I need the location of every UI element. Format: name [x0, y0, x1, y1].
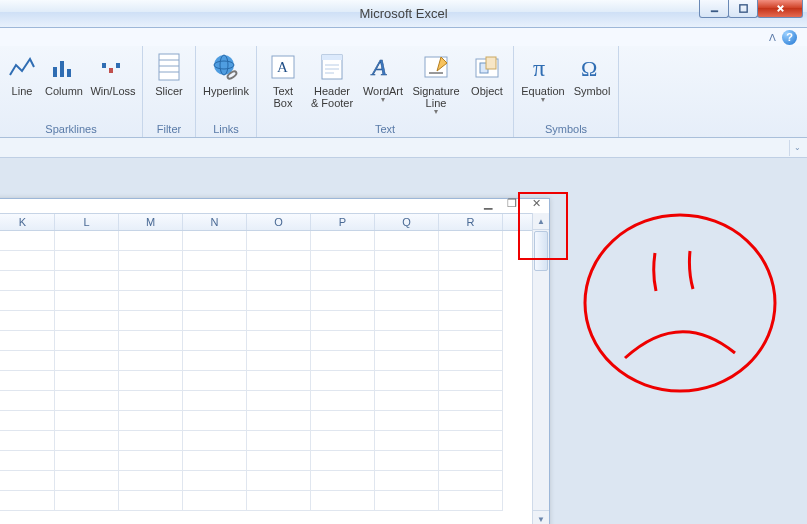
annotation-sad-face-icon — [570, 203, 790, 423]
sparkline-winloss-icon — [97, 51, 129, 83]
column-header[interactable]: P — [311, 214, 375, 230]
svg-point-33 — [585, 215, 775, 391]
group-sparklines: Line Column Win/Loss Sparklines — [0, 46, 143, 137]
column-headers: K L M N O P Q R — [0, 213, 549, 231]
group-text: A Text Box Header & Footer A WordArt ▾ — [257, 46, 514, 137]
wordart-button[interactable]: A WordArt ▾ — [359, 48, 407, 106]
sparkline-line-button[interactable]: Line — [4, 48, 40, 100]
sheet-minimize-button[interactable]: ▁ — [481, 197, 495, 209]
group-label: Filter — [147, 122, 191, 137]
svg-text:A: A — [370, 54, 387, 80]
object-button[interactable]: Object — [465, 48, 509, 100]
workspace: ▁ ❐ ✕ K L M N O P Q R — [0, 158, 807, 524]
label: Signature Line — [412, 85, 459, 109]
label: Object — [471, 85, 503, 97]
worksheet-window: ▁ ❐ ✕ K L M N O P Q R — [0, 198, 550, 524]
svg-text:π: π — [533, 55, 545, 81]
equation-button[interactable]: π Equation ▾ — [518, 48, 568, 106]
label: Symbol — [574, 85, 611, 97]
column-header[interactable]: Q — [375, 214, 439, 230]
window-controls — [700, 0, 803, 18]
sparkline-winloss-button[interactable]: Win/Loss — [88, 48, 138, 100]
ribbon: Line Column Win/Loss Sparklines — [0, 46, 807, 138]
symbol-icon: Ω — [576, 51, 608, 83]
group-label: Links — [200, 122, 252, 137]
formula-bar-area: ⌄ — [0, 138, 807, 158]
sparkline-column-icon — [48, 51, 80, 83]
slicer-icon — [153, 51, 185, 83]
maximize-button[interactable] — [728, 0, 758, 18]
dropdown-arrow-icon: ▾ — [541, 97, 545, 103]
sparkline-line-icon — [6, 51, 38, 83]
vertical-scrollbar[interactable]: ▲ ▼ — [532, 213, 549, 524]
svg-rect-9 — [116, 63, 120, 68]
close-button[interactable] — [757, 0, 803, 18]
scroll-down-icon[interactable]: ▼ — [533, 510, 549, 524]
svg-rect-7 — [102, 63, 106, 68]
svg-rect-10 — [159, 54, 179, 80]
sheet-restore-button[interactable]: ❐ — [505, 197, 519, 209]
group-filter: Slicer Filter — [143, 46, 196, 137]
wordart-icon: A — [367, 51, 399, 83]
equation-icon: π — [527, 51, 559, 83]
help-row: ᐱ ? — [0, 28, 807, 46]
symbol-button[interactable]: Ω Symbol — [570, 48, 614, 100]
column-header[interactable]: R — [439, 214, 503, 230]
slicer-button[interactable]: Slicer — [147, 48, 191, 100]
svg-rect-21 — [322, 55, 342, 60]
svg-rect-1 — [739, 5, 746, 12]
group-label: Text — [261, 122, 509, 137]
app-title: Microsoft Excel — [0, 6, 807, 21]
sheet-close-button[interactable]: ✕ — [529, 197, 543, 209]
dropdown-arrow-icon: ▾ — [434, 109, 438, 115]
label: Text Box — [273, 85, 293, 109]
ribbon-collapse-icon[interactable]: ᐱ — [769, 32, 776, 43]
column-header[interactable]: O — [247, 214, 311, 230]
header-footer-icon — [316, 51, 348, 83]
sheet-window-controls: ▁ ❐ ✕ — [481, 197, 543, 209]
column-header[interactable]: K — [0, 214, 55, 230]
label: Column — [45, 85, 83, 97]
label: Slicer — [155, 85, 183, 97]
svg-rect-6 — [67, 69, 71, 77]
hyperlink-icon — [210, 51, 242, 83]
scroll-thumb[interactable] — [534, 231, 548, 271]
minimize-button[interactable] — [699, 0, 729, 18]
signature-line-button[interactable]: Signature Line ▾ — [409, 48, 463, 119]
textbox-button[interactable]: A Text Box — [261, 48, 305, 112]
svg-rect-30 — [486, 57, 496, 69]
scroll-up-icon[interactable]: ▲ — [533, 213, 549, 230]
hyperlink-button[interactable]: Hyperlink — [200, 48, 252, 100]
cell-grid[interactable] — [0, 231, 549, 511]
group-label: Symbols — [518, 122, 614, 137]
group-label: Sparklines — [4, 122, 138, 137]
label: Hyperlink — [203, 85, 249, 97]
dropdown-arrow-icon: ▾ — [381, 97, 385, 103]
column-header[interactable]: L — [55, 214, 119, 230]
group-symbols: π Equation ▾ Ω Symbol Symbols — [514, 46, 619, 137]
title-bar: Microsoft Excel — [0, 0, 807, 28]
svg-rect-5 — [60, 61, 64, 77]
signature-line-icon — [420, 51, 452, 83]
column-header[interactable]: N — [183, 214, 247, 230]
textbox-icon: A — [267, 51, 299, 83]
label: Header & Footer — [311, 85, 353, 109]
label: Win/Loss — [90, 85, 135, 97]
header-footer-button[interactable]: Header & Footer — [307, 48, 357, 112]
svg-text:Ω: Ω — [581, 56, 597, 81]
svg-rect-8 — [109, 68, 113, 73]
object-icon — [471, 51, 503, 83]
svg-text:A: A — [277, 59, 288, 75]
label: Line — [12, 85, 33, 97]
help-icon[interactable]: ? — [782, 30, 797, 45]
column-header[interactable]: M — [119, 214, 183, 230]
sparkline-column-button[interactable]: Column — [42, 48, 86, 100]
group-links: Hyperlink Links — [196, 46, 257, 137]
formula-expand-icon[interactable]: ⌄ — [789, 140, 805, 156]
svg-rect-4 — [53, 67, 57, 77]
